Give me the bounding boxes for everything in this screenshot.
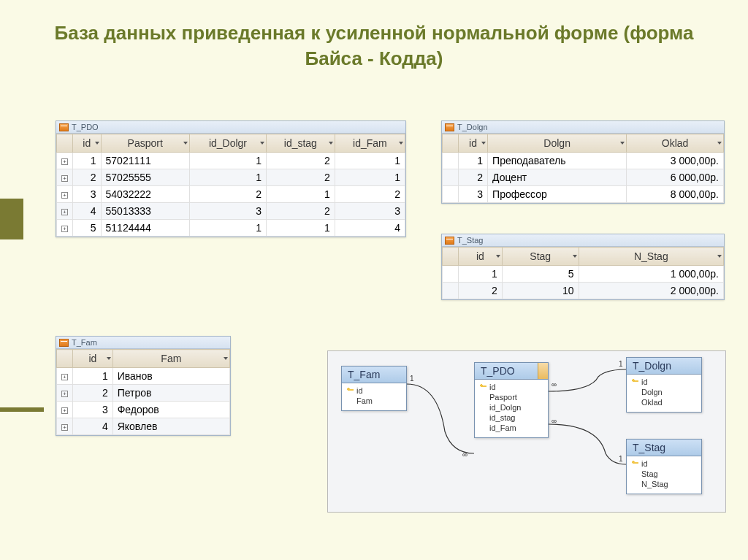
field-list: id Dolgn Oklad xyxy=(627,375,701,412)
window-title: T_PDO xyxy=(72,123,99,131)
window-title-bar[interactable]: T_Dolgn xyxy=(442,121,724,134)
diagram-box-fam[interactable]: T_Fam id Fam xyxy=(341,366,407,411)
table-corner[interactable] xyxy=(57,350,73,368)
field: Oklad xyxy=(631,397,697,407)
expand-icon[interactable]: + xyxy=(61,407,68,414)
data-table-fam[interactable]: id Fam +1Иванов +2Петров +3Федоров +4Яко… xyxy=(56,349,230,435)
field-list: id Stag N_Stag xyxy=(627,456,701,494)
field: Pasport xyxy=(479,392,543,402)
diagram-box-pdo[interactable]: T_PDO id Pasport id_Dolgn id_stag id_Fam xyxy=(474,362,549,438)
table-row[interactable]: +551124444114 xyxy=(57,220,405,237)
column-header[interactable]: id xyxy=(459,134,488,153)
expand-icon[interactable]: + xyxy=(61,175,68,182)
chevron-down-icon[interactable] xyxy=(573,255,577,258)
chevron-down-icon[interactable] xyxy=(620,142,625,145)
relationship-diagram: 1 ∞ ∞ 1 ∞ 1 T_Fam id Fam T_PDO id Paspor… xyxy=(327,350,726,513)
table-row[interactable]: +2Петров xyxy=(57,385,230,402)
cardinality-many: ∞ xyxy=(552,380,557,388)
table-window-pdo: T_PDO id Pasport id_Dolgr id_stag id_Fam… xyxy=(56,120,406,237)
window-title-bar[interactable]: T_PDO xyxy=(56,121,405,134)
data-table-dolgn[interactable]: id Dolgn Oklad 1Преподаватель3 000,00р. … xyxy=(442,134,724,203)
expand-icon[interactable]: + xyxy=(61,374,68,380)
chevron-down-icon[interactable] xyxy=(224,357,228,360)
cardinality-many: ∞ xyxy=(462,450,468,459)
field-key: id xyxy=(346,386,402,396)
column-header[interactable]: Pasport xyxy=(101,134,189,153)
table-row[interactable]: 2102 000,00р. xyxy=(443,283,724,299)
field: Fam xyxy=(346,396,402,406)
data-table-stag[interactable]: id Stag N_Stag 151 000,00р. 2102 000,00р… xyxy=(442,247,724,299)
column-header[interactable]: id_Dolgr xyxy=(189,134,266,153)
column-header[interactable]: N_Stag xyxy=(579,248,723,266)
column-header[interactable]: id_stag xyxy=(266,134,335,153)
table-row[interactable]: +354032222212 xyxy=(57,186,405,203)
table-row[interactable]: 151 000,00р. xyxy=(443,266,724,283)
table-icon xyxy=(59,123,69,131)
field-key: id xyxy=(479,382,543,392)
window-title: T_Fam xyxy=(72,338,97,347)
field: N_Stag xyxy=(631,479,697,489)
diagram-box-dolgn[interactable]: T_Dolgn id Dolgn Oklad xyxy=(626,357,702,413)
expand-icon[interactable]: + xyxy=(61,192,68,199)
table-row[interactable]: +1Иванов xyxy=(57,368,230,385)
column-header[interactable]: id_Fam xyxy=(335,134,405,153)
diagram-box-stag[interactable]: T_Stag id Stag N_Stag xyxy=(626,439,702,494)
window-title: T_Stag xyxy=(457,236,483,245)
column-header[interactable]: Oklad xyxy=(627,134,724,153)
chevron-down-icon[interactable] xyxy=(717,255,722,258)
field-key: id xyxy=(631,377,697,387)
column-header[interactable]: Dolgn xyxy=(488,134,627,153)
table-row[interactable]: +257025555121 xyxy=(57,169,405,186)
table-row[interactable]: 1Преподаватель3 000,00р. xyxy=(443,153,724,169)
chevron-down-icon[interactable] xyxy=(399,142,403,145)
column-header[interactable]: id xyxy=(73,350,113,368)
expand-icon[interactable]: + xyxy=(61,424,68,431)
table-corner[interactable] xyxy=(443,134,459,153)
table-row[interactable]: +455013333323 xyxy=(57,203,405,220)
data-table-pdo[interactable]: id Pasport id_Dolgr id_stag id_Fam +1570… xyxy=(56,134,405,237)
column-header[interactable]: Fam xyxy=(112,350,229,368)
table-row[interactable]: +4Яковлев xyxy=(57,418,230,435)
table-window-stag: T_Stag id Stag N_Stag 151 000,00р. 2102 … xyxy=(441,234,725,300)
column-header[interactable]: id xyxy=(459,248,503,266)
chevron-down-icon[interactable] xyxy=(107,357,111,360)
expand-icon[interactable]: + xyxy=(61,226,68,232)
chevron-down-icon[interactable] xyxy=(717,142,722,145)
field: Stag xyxy=(631,469,697,479)
column-header[interactable]: id xyxy=(73,134,102,153)
table-row[interactable]: 3Профессор8 000,00р. xyxy=(443,186,724,203)
chevron-down-icon[interactable] xyxy=(183,142,188,145)
chevron-down-icon[interactable] xyxy=(95,142,99,145)
chevron-down-icon[interactable] xyxy=(496,255,500,258)
field: id_Fam xyxy=(479,423,543,433)
sidebar-accent xyxy=(0,199,23,239)
table-icon xyxy=(445,123,454,131)
expand-icon[interactable]: + xyxy=(61,209,68,215)
field: Dolgn xyxy=(631,387,697,397)
chevron-down-icon[interactable] xyxy=(329,142,333,145)
expand-icon[interactable]: + xyxy=(61,158,68,165)
cardinality-one: 1 xyxy=(410,375,414,383)
table-row[interactable]: +3Федоров xyxy=(57,402,230,418)
diagram-box-title: T_Dolgn xyxy=(627,358,701,375)
cardinality-one: 1 xyxy=(619,360,623,368)
table-window-fam: T_Fam id Fam +1Иванов +2Петров +3Федоров… xyxy=(56,336,231,436)
window-title-bar[interactable]: T_Fam xyxy=(56,337,230,349)
field-list: id Fam xyxy=(342,383,406,410)
field-list: id Pasport id_Dolgn id_stag id_Fam xyxy=(475,380,548,437)
expand-icon[interactable]: + xyxy=(61,391,68,397)
table-corner[interactable] xyxy=(443,248,459,266)
diagram-box-title: T_Stag xyxy=(627,440,701,456)
scroll-handle[interactable] xyxy=(538,363,548,379)
field: id_stag xyxy=(479,413,543,423)
table-row[interactable]: 2Доцент6 000,00р. xyxy=(443,169,724,186)
window-title-bar[interactable]: T_Stag xyxy=(442,234,724,247)
table-corner[interactable] xyxy=(57,134,73,153)
table-row[interactable]: +157021111121 xyxy=(57,153,405,169)
column-header[interactable]: Stag xyxy=(502,248,579,266)
chevron-down-icon[interactable] xyxy=(260,142,264,145)
table-window-dolgn: T_Dolgn id Dolgn Oklad 1Преподаватель3 0… xyxy=(441,120,725,204)
chevron-down-icon[interactable] xyxy=(481,142,486,145)
diagram-box-title: T_Fam xyxy=(342,367,406,383)
table-icon xyxy=(445,237,454,245)
